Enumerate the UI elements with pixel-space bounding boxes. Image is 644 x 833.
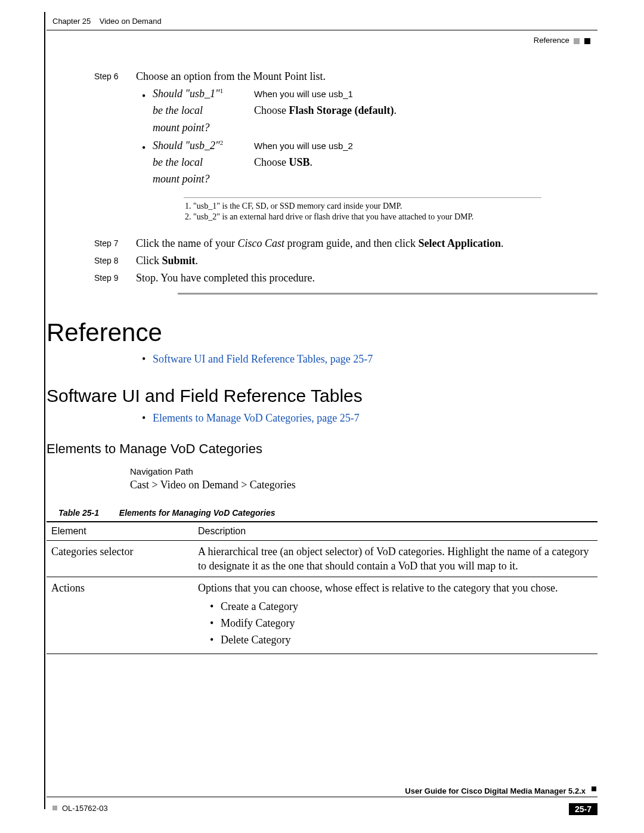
section-name: Reference	[534, 36, 569, 45]
step-row: Step 6 Choose an option from the Mount P…	[94, 70, 597, 190]
chapter-title: Video on Demand	[100, 17, 162, 26]
table-cell-description: A hierarchical tree (an object selector)…	[193, 540, 597, 577]
heading-software-ui: Software UI and Field Reference Tables	[47, 386, 597, 406]
doc-title: User Guide for Cisco Digital Media Manag…	[405, 786, 592, 795]
chapter-breadcrumb: Chapter 25 Video on Demand	[52, 17, 162, 26]
step-row: Step 9 Stop. You have completed this pro…	[94, 272, 597, 284]
doc-id: OL-15762-03	[47, 804, 108, 813]
header-rule	[47, 30, 597, 30]
step-text: Choose an option from the Mount Point li…	[136, 70, 326, 82]
marker-square-icon	[584, 38, 590, 44]
action-item: Create a Category	[210, 599, 593, 614]
table-cell-element: Categories selector	[47, 540, 193, 577]
step-body: Choose an option from the Mount Point li…	[136, 70, 597, 190]
mount-question: be the local	[136, 103, 254, 117]
action-item: Delete Category	[210, 633, 593, 647]
mount-choose: Choose Flash Storage (default).	[254, 103, 597, 117]
marker-square-icon	[52, 806, 57, 810]
mount-question: be the local	[136, 155, 254, 169]
marker-square-icon	[592, 786, 596, 791]
heading-reference: Reference	[47, 318, 597, 347]
mount-option-block: • Should "usb_1"1 When you will use usb_…	[136, 86, 597, 135]
reference-link[interactable]: Elements to Manage VoD Categories, page …	[142, 412, 597, 425]
step-body: Click Submit.	[136, 255, 597, 267]
step-label: Step 7	[94, 237, 136, 248]
table-header-element: Element	[47, 522, 193, 541]
left-page-rule	[44, 12, 45, 809]
mount-option-block: • Should "usb_2"2 When you will use usb_…	[136, 138, 597, 187]
page-footer: User Guide for Cisco Digital Media Manag…	[47, 786, 597, 815]
actions-list: Create a Category Modify Category Delete…	[210, 599, 593, 648]
reference-table: Element Description Categories selector …	[47, 521, 597, 654]
reference-link[interactable]: Software UI and Field Reference Tables, …	[142, 353, 597, 366]
table-row: Categories selector A hierarchical tree …	[47, 540, 597, 577]
procedure-end-rule	[178, 293, 597, 295]
step-label: Step 8	[94, 255, 136, 265]
step-body: Click the name of your Cisco Cast progra…	[136, 237, 597, 250]
step-body: Stop. You have completed this procedure.	[136, 272, 597, 284]
table-row: Actions Options that you can choose, who…	[47, 577, 597, 654]
mount-when: When you will use usb_2	[254, 141, 353, 151]
footnote: 1. "usb_1" is the CF, SD, or SSD memory …	[184, 202, 541, 211]
footnotes: 1. "usb_1" is the CF, SD, or SSD memory …	[184, 197, 541, 222]
mount-question: mount point?	[136, 120, 254, 135]
step-label: Step 6	[94, 70, 136, 81]
table-caption: Table 25-1 Elements for Managing VoD Cat…	[58, 508, 597, 518]
footer-rule	[47, 797, 597, 797]
marker-square-icon	[574, 38, 580, 44]
step-row: Step 7 Click the name of your Cisco Cast…	[94, 237, 597, 250]
section-marker: Reference	[534, 36, 590, 45]
navigation-path-label: Navigation Path	[130, 466, 597, 476]
step-label: Step 9	[94, 272, 136, 283]
navigation-path: Cast > Video on Demand > Categories	[130, 479, 597, 491]
procedure-steps: Step 6 Choose an option from the Mount P…	[94, 70, 597, 295]
mount-question: • Should "usb_1"1	[136, 86, 254, 101]
mount-when: When you will use usb_1	[254, 89, 353, 99]
action-item: Modify Category	[210, 616, 593, 630]
mount-question: • Should "usb_2"2	[136, 138, 254, 153]
mount-choose: Choose USB.	[254, 155, 597, 169]
table-header-description: Description	[193, 522, 597, 541]
chapter-label: Chapter 25	[52, 17, 91, 26]
mount-question: mount point?	[136, 172, 254, 186]
page-body: Step 6 Choose an option from the Mount P…	[47, 66, 597, 761]
table-cell-element: Actions	[47, 577, 193, 654]
heading-elements-vod: Elements to Manage VoD Categories	[47, 441, 597, 457]
table-cell-description: Options that you can choose, whose effec…	[193, 577, 597, 654]
page-number-badge: 25-7	[569, 803, 597, 815]
page-header: Chapter 25 Video on Demand Reference	[47, 0, 597, 47]
step-row: Step 8 Click Submit.	[94, 255, 597, 267]
footnote: 2. "usb_2" is an external hard drive or …	[184, 212, 541, 222]
